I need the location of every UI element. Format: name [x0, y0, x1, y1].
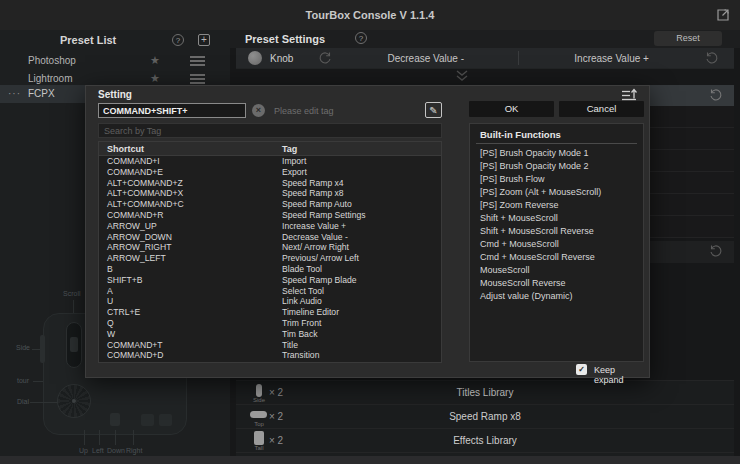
shortcut-row[interactable]: COMMAND+I Import	[99, 156, 441, 167]
shortcut-key: U	[99, 296, 282, 307]
tag-column-header: Tag	[282, 142, 441, 155]
rotate-ccw-icon	[317, 50, 333, 66]
menu-icon[interactable]	[190, 74, 205, 84]
shortcut-row[interactable]: ALT+COMMAND+Z Speed Ramp x4	[99, 178, 441, 189]
shortcut-row[interactable]: SHIFT+B Speed Ramp Blade	[99, 275, 441, 286]
shortcut-row[interactable]: ARROW_RIGHT Next/ Arrow Right	[99, 242, 441, 253]
builtin-function-item[interactable]: Shift + MouseScroll Reverse	[470, 225, 643, 238]
setting-dialog: Setting × ✎ Shortcut Tag COMMAND+I	[85, 85, 650, 378]
dial-pointer-line	[30, 402, 58, 403]
setting-row-effects-library[interactable]: Tall × 2 Effects Library	[236, 428, 734, 452]
shortcut-key: ALT+COMMAND+X	[99, 188, 282, 199]
preset-item-photoshop[interactable]: Photoshop ★	[0, 52, 230, 70]
shortcut-row[interactable]: ARROW_UP Increase Value +	[99, 221, 441, 232]
section-separator	[236, 68, 734, 69]
shortcut-key: B	[99, 264, 282, 275]
builtin-function-item[interactable]: Adjust value (Dynamic)	[470, 290, 643, 303]
scroll-wheel-thumb	[70, 337, 78, 352]
shortcut-key: W	[99, 329, 282, 340]
rotate-cw-icon	[708, 243, 724, 259]
shortcut-table-header: Shortcut Tag	[99, 142, 441, 156]
help-icon[interactable]: ?	[172, 34, 184, 46]
shortcut-key: ARROW_LEFT	[99, 253, 282, 264]
shortcut-key: SHIFT+B	[99, 275, 282, 286]
keep-expand-checkbox[interactable]: ✓	[576, 364, 587, 375]
reset-button[interactable]: Reset	[654, 31, 722, 46]
clear-icon[interactable]: ×	[252, 104, 265, 117]
builtin-function-item[interactable]: Shift + MouseScroll	[470, 212, 643, 225]
shortcut-tag: Title	[282, 340, 441, 351]
knob-row[interactable]: Knob Decrease Value - Increase Value +	[236, 48, 734, 68]
shortcut-tag: Speed Ramp Settings	[282, 210, 441, 221]
shortcut-row[interactable]: ALT+COMMAND+X Speed Ramp x8	[99, 188, 441, 199]
builtin-function-item[interactable]: Cmd + MouseScroll	[470, 238, 643, 251]
preset-label: Lightroom	[28, 73, 72, 84]
tag-input[interactable]	[274, 103, 419, 118]
shortcut-key: ALT+COMMAND+C	[99, 199, 282, 210]
shortcut-tag: Tim Back	[282, 329, 441, 340]
knob-cw-action: Increase Value +	[519, 53, 704, 64]
shortcut-tag: Decrease Value -	[282, 232, 441, 243]
expand-chevrons-icon[interactable]	[454, 70, 470, 82]
star-icon[interactable]: ★	[150, 72, 160, 85]
preset-list-header: Preset List ? +	[0, 30, 230, 50]
shortcut-tag: Transition	[282, 350, 441, 361]
setting-row-titles-library[interactable]: Side × 2 Titles Library	[236, 380, 734, 404]
shortcut-key: A	[99, 286, 282, 297]
c2-button	[159, 414, 172, 426]
shortcut-row[interactable]: CTRL+E Timeline Editor	[99, 307, 441, 318]
shortcut-row[interactable]: COMMAND+D Transition	[99, 350, 441, 361]
tour-pointer-line	[33, 381, 43, 382]
tour-label: tour	[17, 377, 29, 384]
action-label: Effects Library	[236, 435, 734, 446]
shortcut-row[interactable]: W Tim Back	[99, 329, 441, 340]
shortcut-row[interactable]: COMMAND+R Speed Ramp Settings	[99, 210, 441, 221]
builtin-divider	[476, 143, 637, 144]
left-label: Left	[92, 447, 104, 454]
preset-list-title: Preset List	[60, 34, 116, 46]
shortcut-tag: Export	[282, 167, 441, 178]
shortcut-input[interactable]	[98, 103, 246, 118]
shortcut-row[interactable]: Q Trim Front	[99, 318, 441, 329]
builtin-functions-list: [PS] Brush Opacity Mode 1 [PS] Brush Opa…	[470, 147, 643, 303]
help-icon[interactable]: ?	[355, 32, 367, 44]
builtin-function-item[interactable]: [PS] Brush Opacity Mode 1	[470, 147, 643, 160]
builtin-function-item[interactable]: MouseScroll	[470, 264, 643, 277]
edit-tag-icon[interactable]: ✎	[425, 102, 442, 118]
menu-icon[interactable]	[190, 56, 205, 66]
shortcut-row[interactable]: A Select Tool	[99, 286, 441, 297]
setting-row-speed-ramp[interactable]: Top × 2 Speed Ramp x8	[236, 404, 734, 428]
shortcut-tag: Previous/ Arrow Left	[282, 253, 441, 264]
shortcut-tag: Next/ Arrow Right	[282, 242, 441, 253]
builtin-function-item[interactable]: [PS] Brush Flow	[470, 173, 643, 186]
shortcut-row[interactable]: ALT+COMMAND+C Speed Ramp Auto	[99, 199, 441, 210]
shortcut-row[interactable]: ARROW_LEFT Previous/ Arrow Left	[99, 253, 441, 264]
shortcut-key: COMMAND+D	[99, 350, 282, 361]
rotate-cw-icon	[704, 50, 720, 66]
shortcut-row[interactable]: B Blade Tool	[99, 264, 441, 275]
builtin-function-item[interactable]: Cmd + MouseScroll Reverse	[470, 251, 643, 264]
builtin-function-item[interactable]: [PS] Brush Opacity Mode 2	[470, 160, 643, 173]
export-icon[interactable]	[716, 8, 730, 22]
builtin-function-item[interactable]: MouseScroll Reverse	[470, 277, 643, 290]
add-preset-icon[interactable]: +	[198, 34, 210, 46]
shortcut-key: COMMAND+E	[99, 167, 282, 178]
more-options-icon[interactable]: ···	[8, 88, 21, 99]
knob-ccw-action: Decrease Value -	[333, 53, 518, 64]
right-pointer-line	[133, 430, 134, 445]
search-by-tag-input[interactable]	[98, 123, 442, 138]
cancel-button[interactable]: Cancel	[559, 101, 644, 117]
shortcut-tag: Speed Ramp x8	[282, 188, 441, 199]
shortcut-key: COMMAND+I	[99, 156, 282, 167]
dial-center-dot	[72, 399, 76, 403]
shortcut-tag: Timeline Editor	[282, 307, 441, 318]
shortcut-row[interactable]: COMMAND+T Title	[99, 340, 441, 351]
left-pointer-line	[99, 430, 100, 445]
shortcut-row[interactable]: COMMAND+E Export	[99, 167, 441, 178]
ok-button[interactable]: OK	[469, 101, 554, 117]
builtin-function-item[interactable]: [PS] Zoom (Alt + MouseScroll)	[470, 186, 643, 199]
shortcut-row[interactable]: U Link Audio	[99, 296, 441, 307]
star-icon[interactable]: ★	[150, 54, 160, 67]
shortcut-row[interactable]: ARROW_DOWN Decrease Value -	[99, 232, 441, 243]
builtin-function-item[interactable]: [PS] Zoom Reverse	[470, 199, 643, 212]
